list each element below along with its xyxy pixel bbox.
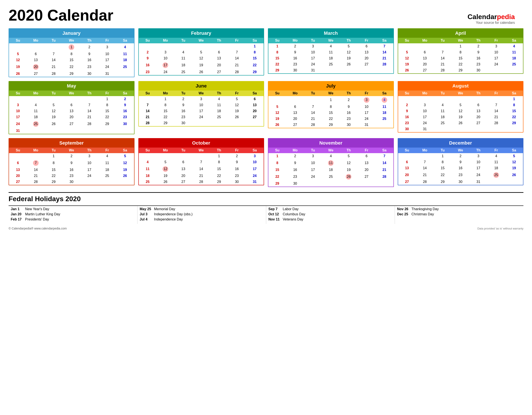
calendar-day: 12 [9, 57, 27, 63]
holiday-item: Sep 7Labor Day [268, 207, 393, 211]
calendar-day: 21 [45, 63, 62, 71]
calendar-day: 20 [210, 61, 228, 69]
calendar-day: 3 [304, 153, 322, 159]
calendar-day: 27 [246, 114, 264, 120]
calendar-day: 28 [487, 120, 505, 126]
calendar-day: 18 [322, 167, 340, 173]
calendar-day [304, 96, 322, 104]
calendar-day: 23 [286, 173, 304, 180]
calendar-day: 18 [210, 108, 228, 114]
calendar-day: 4 [116, 43, 134, 51]
calendar-day: 16 [340, 110, 358, 116]
calendar-day: 21 [80, 114, 98, 120]
calendar-day: 22 [452, 61, 469, 67]
calendar-day: 11 [174, 55, 192, 61]
calendar-day: 19 [452, 114, 469, 120]
calendar-day: 30 [398, 126, 416, 132]
holiday-name: New Year's Day [25, 207, 49, 211]
calendar-day: 5 [116, 153, 134, 159]
calendar-day [27, 96, 45, 102]
calendar-day: 4 [487, 153, 505, 159]
calendar-day: 11 [434, 108, 452, 114]
logo: Calendarpedia Your source for calendars [467, 13, 515, 25]
calendar-day: 3 [192, 96, 210, 102]
calendar-day: 29 [157, 120, 174, 126]
calendar-day: 22 [63, 63, 80, 71]
holiday-date: Jan 1 [11, 207, 22, 211]
calendar-day: 30 [63, 179, 80, 185]
day-header-Th: Th [80, 91, 98, 96]
holiday-date: Feb 17 [11, 217, 22, 221]
day-header-Th: Th [469, 38, 487, 43]
calendar-day: 25 [139, 179, 157, 185]
calendar-day: 14 [416, 165, 434, 171]
calendar-day: 21 [304, 116, 322, 122]
day-header-Tu: Tu [174, 148, 192, 153]
calendar-day: 13 [63, 108, 80, 114]
day-header-Th: Th [80, 148, 98, 153]
day-header-Fr: Fr [228, 148, 246, 153]
calendar-day: 15 [322, 110, 340, 116]
calendar-day: 28 [80, 120, 98, 128]
calendar-day: 25 [322, 173, 340, 180]
calendar-day [434, 96, 452, 102]
calendar-day [210, 43, 228, 49]
calendar-day: 15 [268, 55, 286, 61]
day-header-Su: Su [139, 38, 157, 43]
calendar-day: 30 [452, 179, 469, 185]
calendar-day: 4 [27, 102, 45, 108]
month-jan: JanuarySuMoTuWeThFrSa1234567891011121314… [9, 28, 134, 77]
holiday-date: Jul 4 [140, 217, 152, 221]
calendar-day: 17 [157, 61, 174, 69]
calendar-day: 30 [80, 71, 98, 77]
calendar-day [9, 153, 27, 159]
calendar-day: 9 [286, 159, 304, 167]
calendar-day: 7 [416, 159, 434, 165]
holiday-name: Veterans Day [283, 217, 303, 221]
calendar-day: 4 [98, 153, 116, 159]
calendar-day: 23 [174, 114, 192, 120]
day-header-We: We [322, 148, 340, 153]
day-header-Fr: Fr [358, 38, 375, 43]
month-dec: DecemberSuMoTuWeThFrSa123456789101112131… [398, 138, 524, 187]
calendar-day: 15 [63, 57, 80, 63]
calendar-day: 29 [210, 179, 228, 185]
calendar-day: 16 [398, 114, 416, 120]
calendar-day: 28 [375, 173, 393, 180]
calendar-day: 10 [487, 49, 505, 55]
calendar-day: 2 [63, 153, 80, 159]
day-header-Sa: Sa [505, 148, 523, 153]
holiday-date: Oct 12 [268, 212, 280, 216]
day-header-Tu: Tu [434, 38, 452, 43]
day-header-Sa: Sa [246, 38, 264, 43]
calendar-day: 19 [340, 55, 358, 61]
month-oct: OctoberSuMoTuWeThFrSa1234567891011121314… [138, 138, 264, 187]
calendar-day [487, 126, 505, 132]
calendar-day: 1 [434, 153, 452, 159]
day-header-Mo: Mo [286, 91, 304, 96]
holiday-name: Columbus Day [283, 212, 305, 216]
calendar-day: 12 [452, 108, 469, 114]
holiday-item: Jan 1New Year's Day [11, 207, 135, 211]
calendar-day: 14 [487, 108, 505, 114]
calendar-day: 5 [340, 153, 358, 159]
calendar-day: 14 [228, 55, 246, 61]
day-header-Th: Th [80, 38, 98, 43]
calendar-day [358, 67, 375, 73]
holiday-col-2: Sep 7Labor DayOct 12Columbus DayNov 11Ve… [266, 206, 395, 224]
calendar-day: 18 [98, 167, 116, 173]
calendar-day: 27 [358, 173, 375, 180]
month-jul: JulySuMoTuWeThFrSa1234567891011121314151… [268, 81, 394, 134]
month-header-feb: February [139, 29, 264, 38]
calendar-day: 31 [416, 126, 434, 132]
day-header-Mo: Mo [157, 148, 174, 153]
holidays-title: Federal Holidays 2020 [9, 195, 523, 203]
calendar-day: 2 [469, 43, 487, 49]
day-header-Th: Th [210, 38, 228, 43]
calendar-day [375, 180, 393, 187]
calendar-day [139, 153, 157, 159]
day-header-Fr: Fr [487, 91, 505, 96]
calendar-day: 5 [228, 96, 246, 102]
calendar-day [80, 128, 98, 134]
calendar-day: 26 [116, 173, 134, 179]
